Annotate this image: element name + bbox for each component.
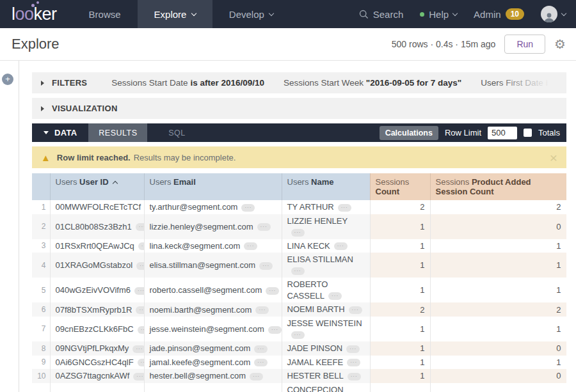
table-cell[interactable]: 01XRAGoMGstabzol··· [50,253,144,278]
table-cell[interactable]: 1 [430,317,566,341]
table-cell[interactable]: TY ARTHUR··· [282,200,370,214]
cell-menu-icon[interactable]: ··· [132,345,144,353]
filter-item[interactable]: Users First Date is after 2016/09/10 [481,78,557,88]
cell-menu-icon[interactable]: ··· [133,373,144,380]
table-cell[interactable]: 1 [430,383,566,392]
cell-menu-icon[interactable]: ··· [136,306,144,314]
table-cell[interactable]: 1 [430,278,566,302]
column-header[interactable]: Users Email [144,173,282,200]
table-cell[interactable]: 09NGVtjPfLPkqxMy··· [50,341,144,356]
nav-item-browse[interactable]: Browse [72,0,138,28]
table-cell[interactable]: 1 [370,317,430,341]
cell-menu-icon[interactable]: ··· [334,242,348,250]
cell-menu-icon[interactable]: ··· [241,204,255,212]
table-cell[interactable]: jamal.keefe@segment.com··· [144,356,282,370]
table-cell[interactable]: HESTER BELL··· [282,369,370,383]
admin-menu[interactable]: Admin 10 [474,8,524,20]
table-cell[interactable]: 0AZSG7ttagcnkAWf··· [50,369,144,383]
table-cell[interactable]: ty.arthur@segment.com··· [144,200,282,214]
column-header[interactable]: Sessions Product Added Session Count [430,173,566,200]
filter-item[interactable]: Sessions Start Week "2016-09-05 for 7 da… [284,78,461,88]
table-cell[interactable]: noemi.barth@segment.com··· [144,302,282,317]
table-cell[interactable]: 1 [370,278,430,302]
close-icon[interactable]: × [550,151,557,164]
table-cell[interactable]: 00MWWFOLRcETcTCf··· [50,200,144,214]
table-cell[interactable]: LIZZIE HENLEY··· [282,214,370,239]
cell-menu-icon[interactable]: ··· [136,223,144,231]
table-cell[interactable]: 0 [430,369,566,383]
table-cell[interactable]: jade.pinson@segment.com··· [144,341,282,356]
cell-menu-icon[interactable]: ··· [291,229,305,237]
table-cell[interactable]: 1 [370,383,430,392]
cell-menu-icon[interactable]: ··· [250,373,263,380]
looker-logo[interactable]: looker [0,0,72,28]
calculations-button[interactable]: Calculations [380,126,438,140]
table-cell[interactable]: lina.keck@segment.com··· [144,239,282,253]
column-header[interactable]: Users Name [282,173,370,200]
cell-menu-icon[interactable]: ··· [338,204,351,212]
column-header[interactable]: Users User ID [50,173,144,200]
cell-menu-icon[interactable]: ··· [291,267,305,275]
table-cell[interactable]: LINA KECK··· [282,239,370,253]
table-cell[interactable]: ROBERTO CASSELL··· [282,278,370,302]
table-cell[interactable]: JADE PINSON··· [282,341,370,356]
cell-menu-icon[interactable]: ··· [136,262,144,270]
table-cell[interactable]: 1 [370,341,430,356]
cell-menu-icon[interactable]: ··· [259,262,273,270]
table-cell[interactable]: 1 [370,253,430,278]
cell-menu-icon[interactable]: ··· [268,326,282,334]
table-cell[interactable]: 07f8bTSXmRyprb1R··· [50,302,144,317]
cell-menu-icon[interactable]: ··· [255,306,269,314]
table-cell[interactable]: NOEMI BARTH··· [282,302,370,317]
table-cell[interactable]: 1 [370,369,430,383]
table-cell[interactable]: elisa.stillman@segment.com··· [144,253,282,278]
table-cell[interactable]: 1 [430,253,566,278]
table-cell[interactable]: hester.bell@segment.com··· [144,369,282,383]
tab-sql[interactable]: SQL [147,123,206,142]
run-button[interactable]: Run [504,35,545,54]
table-cell[interactable]: ELISA STILLMAN··· [282,253,370,278]
filter-item[interactable]: Sessions Start Date is after 2016/09/10 [111,78,264,88]
cell-menu-icon[interactable]: ··· [291,331,305,339]
cell-menu-icon[interactable]: ··· [138,242,144,250]
cell-menu-icon[interactable]: ··· [348,373,361,380]
filters-bar[interactable]: FILTERS Sessions Start Date is after 201… [32,72,566,93]
cell-menu-icon[interactable]: ··· [257,223,271,231]
cell-menu-icon[interactable]: ··· [266,287,279,295]
cell-menu-icon[interactable]: ··· [138,326,144,334]
nav-item-explore[interactable]: Explore [138,0,212,28]
table-cell[interactable]: 2 [430,302,566,317]
cell-menu-icon[interactable]: ··· [244,242,257,250]
tab-results[interactable]: RESULTS [88,123,147,142]
table-cell[interactable]: 0 [430,341,566,356]
table-cell[interactable]: 09cnEBzzCLKk6FbC··· [50,317,144,341]
cell-menu-icon[interactable]: ··· [347,359,360,366]
cell-menu-icon[interactable]: ··· [328,292,342,300]
table-cell[interactable]: CONCEPCION PACKARD··· [282,383,370,392]
column-header[interactable]: Sessions Count [370,173,430,200]
cell-menu-icon[interactable]: ··· [349,306,362,314]
user-menu[interactable] [541,6,566,22]
table-cell[interactable]: 2 [430,200,566,214]
data-section-toggle[interactable]: DATA [32,123,88,142]
search-button[interactable]: Search [359,9,404,20]
cell-menu-icon[interactable]: ··· [254,345,268,353]
table-cell[interactable]: 01CL80b08Sz3Bzh1··· [50,214,144,239]
nav-item-develop[interactable]: Develop [212,0,290,28]
cell-menu-icon[interactable]: ··· [254,359,268,366]
table-cell[interactable]: 1 [430,239,566,253]
table-cell[interactable]: roberto.cassell@segment.com··· [144,278,282,302]
cell-menu-icon[interactable]: ··· [134,287,144,295]
table-cell[interactable]: JESSE WEINSTEIN··· [282,317,370,341]
table-cell[interactable]: 040wGzEivVOVifm6··· [50,278,144,302]
cell-menu-icon[interactable]: ··· [138,359,144,366]
expand-fields-button[interactable]: + [2,74,13,85]
table-cell[interactable]: 1 [370,356,430,370]
table-cell[interactable]: concepcion.packard@segment.com··· [144,383,282,392]
totals-checkbox[interactable] [524,129,532,137]
table-cell[interactable]: 01RSxRrt0QEAwJCq··· [50,239,144,253]
row-limit-input[interactable] [488,127,517,139]
visualization-bar[interactable]: VISUALIZATION [32,98,566,119]
gear-icon[interactable]: ⚙ [554,38,566,51]
table-cell[interactable]: 1 [370,214,430,239]
